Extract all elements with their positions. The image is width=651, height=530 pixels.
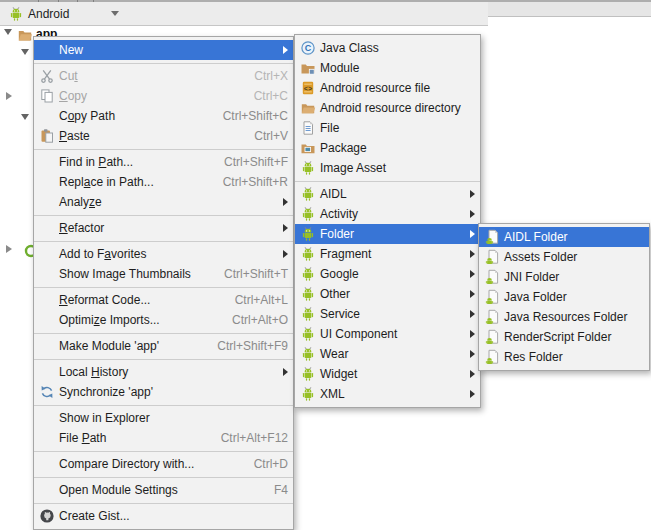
- folder-submenu: AIDL Folder Assets Folder JNI Folder Jav…: [478, 223, 650, 371]
- menu-item-aidl[interactable]: AIDL: [295, 184, 480, 204]
- android-file-icon: [483, 249, 500, 265]
- chevron-down-icon[interactable]: [111, 11, 119, 16]
- svg-text:<>: <>: [303, 85, 311, 93]
- menu-item-reformat-code[interactable]: Reformat Code...Ctrl+Alt+L: [34, 290, 293, 310]
- icon-spacer: [38, 456, 55, 472]
- icon-spacer: [38, 410, 55, 426]
- icon-spacer: [38, 42, 55, 58]
- submenu-arrow-icon: [470, 330, 475, 338]
- menu-item-new[interactable]: New: [34, 40, 293, 60]
- menu-item-label: Widget: [320, 367, 357, 381]
- menu-item-create-gist[interactable]: Create Gist...: [34, 506, 293, 526]
- menu-item-android-resource-file[interactable]: <>Android resource file: [295, 78, 480, 98]
- menu-item-label: Show in Explorer: [59, 411, 150, 425]
- menu-separator: [34, 63, 293, 64]
- submenu-arrow-icon: [470, 250, 475, 258]
- menu-item-analyze[interactable]: Analyze: [34, 192, 293, 212]
- menu-item-show-in-explorer[interactable]: Show in Explorer: [34, 408, 293, 428]
- icon-spacer: [38, 246, 55, 262]
- tree-expand-arrow[interactable]: [21, 114, 29, 120]
- menu-item-folder[interactable]: Folder: [295, 224, 480, 244]
- submenu-arrow-icon: [470, 370, 475, 378]
- tree-expand-arrow[interactable]: [4, 29, 12, 35]
- menu-item-compare-directory-with[interactable]: Compare Directory with...Ctrl+D: [34, 454, 293, 474]
- tree-expand-arrow[interactable]: [21, 49, 29, 55]
- menu-item-assets-folder[interactable]: Assets Folder: [479, 247, 649, 267]
- menu-item-add-to-favorites[interactable]: Add to Favorites: [34, 244, 293, 264]
- menu-item-label: Wear: [320, 347, 348, 361]
- android-file-icon: [483, 289, 500, 305]
- menu-item-java-class[interactable]: CJava Class: [295, 38, 480, 58]
- res-file-icon: <>: [299, 80, 316, 96]
- menu-item-shortcut: Ctrl+Alt+O: [214, 313, 288, 327]
- menu-item-label: Java Class: [320, 41, 379, 55]
- menu-item-open-module-settings[interactable]: Open Module SettingsF4: [34, 480, 293, 500]
- menu-item-optimize-imports[interactable]: Optimize Imports...Ctrl+Alt+O: [34, 310, 293, 330]
- menu-item-label: Android resource directory: [320, 101, 461, 115]
- menu-item-module[interactable]: Module: [295, 58, 480, 78]
- tree-collapse-arrow[interactable]: [6, 92, 12, 100]
- menu-item-synchronize-app[interactable]: Synchronize 'app': [34, 382, 293, 402]
- icon-spacer: [38, 338, 55, 354]
- menu-item-fragment[interactable]: Fragment: [295, 244, 480, 264]
- menu-item-find-in-path[interactable]: Find in Path...Ctrl+Shift+F: [34, 152, 293, 172]
- menu-item-ui-component[interactable]: UI Component: [295, 324, 480, 344]
- menu-item-refactor[interactable]: Refactor: [34, 218, 293, 238]
- menu-item-activity[interactable]: Activity: [295, 204, 480, 224]
- menu-item-shortcut: Ctrl+X: [236, 69, 288, 83]
- icon-spacer: [38, 154, 55, 170]
- menu-item-label: Create Gist...: [59, 509, 130, 523]
- menu-item-google[interactable]: Google: [295, 264, 480, 284]
- menu-item-show-image-thumbnails[interactable]: Show Image ThumbnailsCtrl+Shift+T: [34, 264, 293, 284]
- menu-item-wear[interactable]: Wear: [295, 344, 480, 364]
- menu-item-aidl-folder[interactable]: AIDL Folder: [479, 227, 649, 247]
- menu-item-file[interactable]: File: [295, 118, 480, 138]
- menu-item-paste[interactable]: PasteCtrl+V: [34, 126, 293, 146]
- tree-collapse-arrow[interactable]: [6, 245, 12, 253]
- menu-item-renderscript-folder[interactable]: RenderScript Folder: [479, 327, 649, 347]
- paste-icon: [38, 128, 55, 144]
- menu-item-other[interactable]: Other: [295, 284, 480, 304]
- menu-item-label: Optimize Imports...: [59, 313, 160, 327]
- menu-item-label: Reformat Code...: [59, 293, 150, 307]
- menu-item-replace-in-path[interactable]: Replace in Path...Ctrl+Shift+R: [34, 172, 293, 192]
- android-icon: [299, 326, 316, 342]
- menu-item-java-folder[interactable]: Java Folder: [479, 287, 649, 307]
- menu-item-copy[interactable]: CopyCtrl+C: [34, 86, 293, 106]
- menu-separator: [34, 503, 293, 504]
- menu-item-image-asset[interactable]: Image Asset: [295, 158, 480, 178]
- android-icon: [299, 386, 316, 402]
- menu-item-res-folder[interactable]: Res Folder: [479, 347, 649, 367]
- submenu-arrow-icon: [470, 190, 475, 198]
- menu-item-label: Synchronize 'app': [59, 385, 153, 399]
- menu-item-jni-folder[interactable]: JNI Folder: [479, 267, 649, 287]
- menu-item-label: Add to Favorites: [59, 247, 146, 261]
- new-submenu: CJava Class Module <>Android resource fi…: [294, 34, 481, 408]
- menu-separator: [34, 451, 293, 452]
- project-view-selector[interactable]: Android: [28, 7, 69, 21]
- android-file-icon: [483, 349, 500, 365]
- menu-item-android-resource-directory[interactable]: Android resource directory: [295, 98, 480, 118]
- submenu-arrow-icon: [470, 270, 475, 278]
- menu-item-cut[interactable]: CutCtrl+X: [34, 66, 293, 86]
- menu-item-shortcut: Ctrl+Shift+T: [206, 267, 288, 281]
- menu-item-service[interactable]: Service: [295, 304, 480, 324]
- menu-item-package[interactable]: Package: [295, 138, 480, 158]
- menu-item-local-history[interactable]: Local History: [34, 362, 293, 382]
- menu-item-widget[interactable]: Widget: [295, 364, 480, 384]
- android-file-icon: [483, 229, 500, 245]
- menu-item-file-path[interactable]: File PathCtrl+Alt+F12: [34, 428, 293, 448]
- submenu-arrow-icon: [470, 350, 475, 358]
- submenu-arrow-icon: [283, 368, 288, 376]
- package-icon: [299, 140, 316, 156]
- menu-item-copy-path[interactable]: Copy PathCtrl+Shift+C: [34, 106, 293, 126]
- menu-item-label: Java Resources Folder: [504, 310, 627, 324]
- android-icon: [299, 246, 316, 262]
- menu-item-make-module-app[interactable]: Make Module 'app'Ctrl+Shift+F9: [34, 336, 293, 356]
- menu-item-xml[interactable]: XML: [295, 384, 480, 404]
- android-icon: [299, 306, 316, 322]
- menu-item-label: Package: [320, 141, 367, 155]
- icon-spacer: [38, 430, 55, 446]
- android-icon: [299, 346, 316, 362]
- menu-item-java-resources-folder[interactable]: Java Resources Folder: [479, 307, 649, 327]
